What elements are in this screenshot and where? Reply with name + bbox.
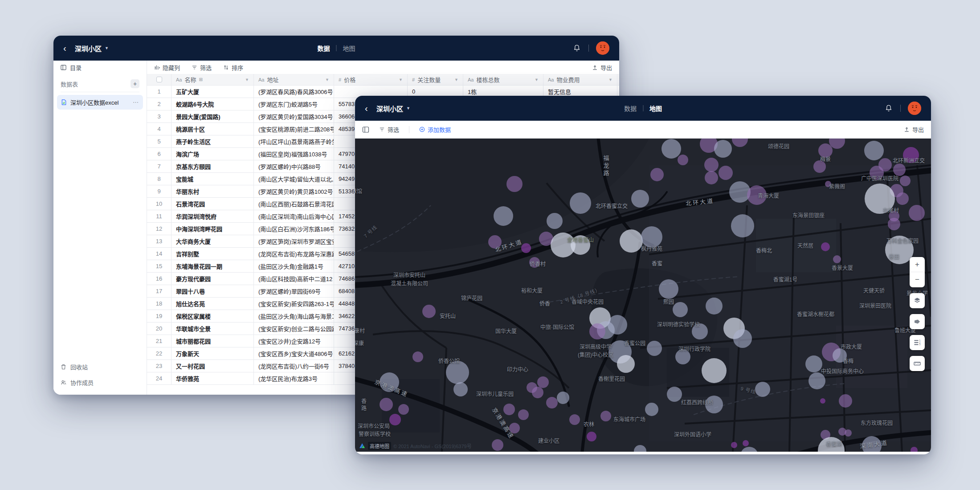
map-bubble[interactable]	[825, 181, 831, 187]
map-bubble[interactable]	[706, 298, 723, 314]
avatar[interactable]	[908, 102, 921, 115]
map-bubble[interactable]	[755, 382, 770, 397]
map-bubble[interactable]	[546, 397, 558, 408]
map-bubble[interactable]	[532, 387, 543, 398]
map-bubble[interactable]	[631, 190, 649, 208]
map-bubble[interactable]	[569, 414, 580, 425]
map-bubble[interactable]	[600, 411, 611, 421]
map-bubble[interactable]	[903, 147, 919, 163]
map-bubble[interactable]	[620, 229, 643, 253]
table-cell[interactable]: (宝安区沙井)企安路12号	[254, 335, 334, 347]
map-bubble[interactable]	[911, 447, 918, 452]
map-bubble[interactable]	[678, 155, 688, 165]
map-bubble[interactable]	[731, 442, 737, 448]
sidebar-item-collaborators[interactable]: 协作成员	[61, 378, 139, 387]
map-bubble[interactable]	[692, 323, 708, 339]
table-cell[interactable]: 景园大厦(爱国路)	[172, 110, 254, 122]
map-bubble[interactable]	[380, 372, 399, 392]
map-bubble[interactable]	[617, 355, 635, 373]
map-bubble[interactable]	[704, 158, 719, 172]
map-bubble[interactable]	[662, 139, 681, 159]
map-canvas[interactable]: 福龙路北环香蜜立交北环大道北环大道金地香蜜山侨香村7 号线深圳市安托山混凝土有限…	[355, 139, 931, 452]
map-bubble[interactable]	[833, 348, 847, 363]
map-bubble[interactable]	[446, 361, 469, 384]
notification-bell-icon[interactable]	[884, 104, 893, 113]
tab-data[interactable]: 数据	[624, 104, 637, 113]
map-bubble[interactable]	[587, 432, 596, 441]
layers-button[interactable]	[910, 293, 925, 308]
catalog-toggle[interactable]: 目录	[70, 63, 82, 72]
map-bubble[interactable]	[743, 440, 749, 446]
notification-bell-icon[interactable]	[572, 44, 581, 53]
sidebar-item-recycle-bin[interactable]: 回收站	[61, 363, 139, 371]
table-cell[interactable]: 华润深圳湾悦府	[172, 210, 254, 222]
table-cell[interactable]: (罗湖区螺岭)中兴路88号	[254, 160, 334, 172]
chevron-down-icon[interactable]: ▼	[245, 78, 249, 82]
column-header-5[interactable]: Aa楼栋总数▼	[463, 74, 543, 85]
ruler-button[interactable]	[910, 356, 925, 371]
map-bubble[interactable]	[380, 398, 393, 411]
map-bubble[interactable]	[570, 192, 591, 214]
table-cell[interactable]: (龙华区民治)布龙路3号	[254, 372, 334, 384]
map-bubble[interactable]	[389, 414, 401, 425]
map-bubble[interactable]	[747, 185, 767, 205]
table-cell[interactable]: (罗湖区黄贝岭)爱国路3034号	[254, 110, 334, 122]
map-bubble[interactable]	[820, 398, 825, 404]
map-bubble[interactable]	[714, 140, 732, 158]
table-cell[interactable]: 华丽东村	[172, 185, 254, 197]
table-cell[interactable]: 宝能城	[172, 173, 254, 185]
zoom-out-button[interactable]: −	[910, 272, 925, 287]
tab-map[interactable]: 地图	[649, 104, 662, 113]
table-cell[interactable]: (宝安区新安)新安四路263-1号	[254, 298, 334, 310]
map-bubble[interactable]	[647, 341, 662, 356]
map-bubble[interactable]	[909, 205, 925, 221]
map-bubble[interactable]	[650, 168, 664, 181]
map-bubble[interactable]	[705, 171, 718, 184]
table-cell[interactable]: 海滨广场	[172, 148, 254, 160]
map-bubble[interactable]	[645, 403, 658, 416]
map-bubble[interactable]	[864, 141, 884, 160]
column-header-6[interactable]: Aa物业费用▼	[543, 74, 617, 85]
page-title[interactable]: 深圳小区 ▼	[75, 44, 109, 53]
export-button[interactable]: 导出	[904, 125, 924, 134]
map-bubble[interactable]	[845, 429, 852, 437]
tab-map[interactable]: 地图	[343, 44, 355, 53]
map-bubble[interactable]	[719, 166, 733, 180]
table-cell[interactable]: (龙岗区布吉街)八约一街6号	[254, 360, 334, 372]
map-bubble[interactable]	[521, 243, 531, 253]
map-bubble[interactable]	[398, 404, 409, 415]
table-cell[interactable]: 翠园十八巷	[172, 285, 254, 297]
table-cell[interactable]: 中海深圳湾畔花园	[172, 223, 254, 235]
hide-columns-button[interactable]: 隐藏列	[154, 63, 180, 72]
map-bubble[interactable]	[733, 329, 752, 348]
map-bubble[interactable]	[900, 176, 911, 186]
table-cell[interactable]: (罗湖区春风路)春风路3006号	[254, 86, 334, 98]
amap-brand[interactable]: 高德地图	[368, 442, 391, 450]
map-bubble[interactable]	[808, 372, 825, 389]
zoom-in-button[interactable]: +	[910, 257, 925, 272]
table-cell[interactable]: 旭仕达名苑	[172, 298, 254, 310]
chevron-down-icon[interactable]: ▼	[535, 78, 539, 82]
table-cell[interactable]: 保税区家属楼	[172, 310, 254, 322]
export-button[interactable]: 导出	[592, 63, 612, 72]
map-bubble[interactable]	[641, 226, 662, 248]
table-cell[interactable]: (罗湖区笋岗)深圳市罗湖区宝安	[254, 235, 334, 247]
chevron-down-icon[interactable]: ▼	[608, 78, 612, 82]
map-bubble[interactable]	[839, 394, 852, 408]
map-bubble[interactable]	[494, 206, 513, 226]
map-bubble[interactable]	[865, 184, 895, 214]
table-cell[interactable]: 城市丽都花园	[172, 335, 254, 347]
table-cell[interactable]: (南山区大学城)留仙大道以北,	[254, 173, 334, 185]
table-cell[interactable]: 华侨雅苑	[172, 372, 254, 384]
table-cell[interactable]: (南山区白石洲)沙河东路186号	[254, 223, 334, 235]
map-bubble[interactable]	[821, 242, 830, 251]
ranking-list-button[interactable]: 1 2 3	[910, 335, 925, 350]
map-bubble[interactable]	[422, 305, 436, 318]
map-bubble[interactable]	[705, 396, 723, 413]
map-bubble[interactable]	[731, 214, 754, 237]
map-bubble[interactable]	[673, 302, 688, 317]
column-header-3[interactable]: #价格▼	[334, 74, 408, 85]
map-bubble[interactable]	[453, 382, 468, 396]
map-bubble[interactable]	[667, 387, 682, 402]
column-header-1[interactable]: Aa名称⊞▼	[172, 74, 254, 85]
